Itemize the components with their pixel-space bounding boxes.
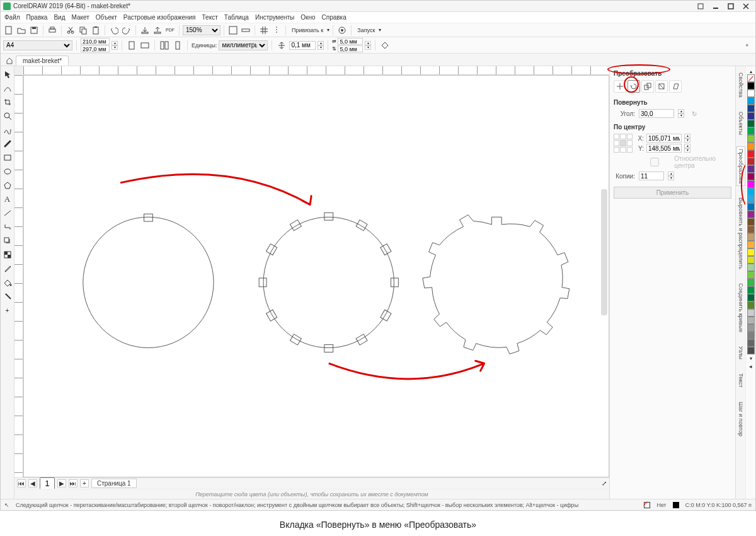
menu-view[interactable]: Вид (54, 14, 65, 21)
color-swatch[interactable] (747, 195, 755, 203)
menu-text[interactable]: Текст (202, 14, 218, 21)
paste-icon[interactable] (90, 25, 101, 36)
units-select[interactable]: миллиметры (219, 40, 268, 50)
vtab-properties[interactable]: Свойства (736, 70, 745, 100)
open-icon[interactable] (16, 25, 27, 36)
color-swatch[interactable] (747, 241, 755, 248)
color-swatch[interactable] (747, 301, 755, 309)
print-icon[interactable] (47, 25, 58, 36)
document-tab[interactable]: maket-breket* (16, 55, 69, 66)
cut-icon[interactable] (65, 25, 76, 36)
ruler-horizontal[interactable] (23, 66, 609, 75)
pick-tool-icon[interactable] (2, 69, 13, 80)
import-icon[interactable] (139, 25, 151, 36)
cy-up[interactable]: ▴ (684, 144, 690, 148)
transform-scale-icon[interactable] (641, 80, 654, 93)
nudge-input[interactable] (289, 41, 316, 50)
color-swatch[interactable] (747, 248, 755, 256)
relative-center-checkbox[interactable] (639, 158, 670, 166)
shape-tool-icon[interactable] (2, 83, 13, 94)
transparency-tool-icon[interactable] (2, 249, 13, 260)
color-swatch[interactable] (747, 347, 755, 354)
maximize-button[interactable] (724, 2, 738, 11)
color-swatch[interactable] (747, 90, 755, 97)
save-icon[interactable] (28, 25, 40, 36)
color-swatch[interactable] (747, 309, 755, 317)
color-swatch[interactable] (747, 150, 755, 158)
vtab-text[interactable]: Текст (736, 371, 745, 390)
color-swatch[interactable] (747, 165, 755, 173)
home-tab-icon[interactable] (4, 55, 14, 66)
menu-window[interactable]: Окно (301, 14, 315, 21)
angle-input[interactable] (639, 109, 674, 118)
page-height-input[interactable] (81, 45, 110, 52)
close-button[interactable] (739, 2, 753, 11)
cy-down[interactable]: ▾ (684, 148, 690, 153)
options-icon[interactable] (336, 25, 348, 36)
menu-table[interactable]: Таблица (224, 14, 249, 21)
new-icon[interactable] (3, 25, 14, 36)
palette-up-icon[interactable]: ▴ (750, 69, 752, 74)
dup-x-input[interactable] (338, 38, 363, 45)
copy-icon[interactable] (77, 25, 89, 36)
palette-expand-icon[interactable]: ◂ (749, 363, 752, 370)
vtab-nodes[interactable]: Узлы (736, 344, 745, 362)
center-x-input[interactable] (646, 134, 682, 143)
page-dim-down[interactable]: ▾ (112, 45, 118, 50)
nudge-up[interactable]: ▴ (318, 41, 324, 45)
page-number-input[interactable] (40, 477, 55, 489)
anchor-grid[interactable] (614, 134, 633, 153)
outline-tool-icon[interactable] (2, 291, 13, 302)
color-swatch[interactable] (747, 180, 755, 188)
copies-down[interactable]: ▾ (668, 176, 674, 180)
page-first-button[interactable]: ⏮ (17, 479, 26, 487)
fill-indicator-icon[interactable] (644, 502, 650, 508)
color-swatch[interactable] (747, 188, 755, 195)
apply-button[interactable]: Применить (614, 187, 731, 199)
color-swatch[interactable] (747, 279, 755, 286)
color-swatch[interactable] (747, 264, 755, 271)
color-swatch[interactable] (747, 317, 755, 324)
current-page-icon[interactable] (172, 40, 183, 51)
page-add-button[interactable]: + (80, 479, 89, 487)
add-tool-icon[interactable]: + (2, 305, 13, 316)
text-tool-icon[interactable]: A (2, 194, 13, 205)
rectangle-tool-icon[interactable] (2, 152, 13, 163)
color-swatch[interactable] (747, 218, 755, 226)
undo-icon[interactable] (108, 25, 120, 36)
help-button[interactable] (694, 2, 707, 11)
freehand-tool-icon[interactable] (2, 124, 13, 136)
launch-dropdown[interactable]: Запуск (355, 25, 377, 36)
dup-up[interactable]: ▴ (365, 41, 371, 45)
color-swatch[interactable] (747, 105, 755, 112)
menu-edit[interactable]: Правка (26, 14, 48, 21)
color-swatch[interactable] (747, 324, 755, 332)
page-size-select[interactable]: A4 (3, 40, 72, 50)
orientation-landscape-icon[interactable] (139, 40, 151, 51)
angle-direction-icon[interactable]: ↻ (692, 110, 697, 117)
color-swatch[interactable] (747, 226, 755, 233)
artistic-media-icon[interactable] (2, 138, 13, 149)
publish-pdf-icon[interactable]: PDF (164, 25, 176, 36)
export-icon[interactable] (152, 25, 163, 36)
zoom-select[interactable]: 150% (183, 25, 220, 35)
page-nav-expand-icon[interactable]: ⤢ (602, 480, 607, 487)
menu-help[interactable]: Справка (322, 14, 346, 21)
color-swatch[interactable] (747, 143, 755, 150)
color-swatch[interactable] (747, 135, 755, 143)
color-swatch[interactable] (747, 158, 755, 165)
menu-tools[interactable]: Инструменты (255, 14, 294, 21)
color-swatch[interactable] (747, 286, 755, 294)
orientation-portrait-icon[interactable] (126, 40, 137, 51)
fullscreen-icon[interactable] (227, 25, 239, 36)
color-swatch[interactable] (747, 256, 755, 264)
color-swatch[interactable] (747, 203, 755, 211)
page-width-input[interactable] (81, 38, 110, 45)
page-next-button[interactable]: ▶ (57, 479, 66, 487)
vtab-join[interactable]: Соединить кривые (736, 281, 745, 335)
palette-down-icon[interactable]: ▾ (750, 356, 752, 361)
color-swatch[interactable] (747, 127, 755, 135)
angle-up[interactable]: ▴ (678, 109, 684, 114)
center-y-input[interactable] (646, 144, 682, 153)
redo-icon[interactable] (121, 25, 132, 36)
